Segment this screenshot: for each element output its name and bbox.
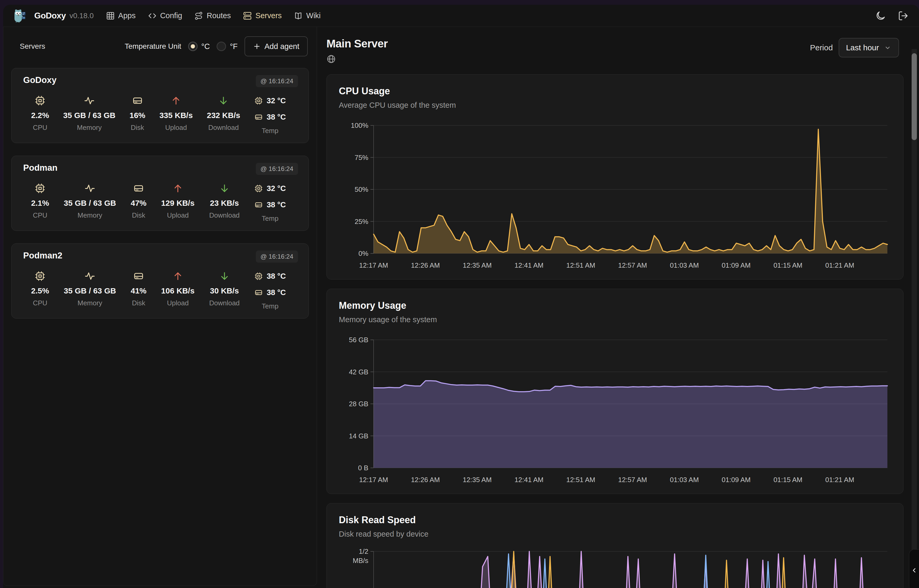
activity-icon [84, 270, 95, 282]
stat-temperature: 32 °C 38 °C Temp [254, 182, 286, 223]
cpu-chip-icon [254, 97, 263, 105]
svg-text:01:03 AM: 01:03 AM [670, 261, 699, 269]
cpu-chip-icon [34, 182, 45, 194]
cpu-usage-card: CPU Usage Average CPU usage of the syste… [326, 74, 903, 279]
stat-disk: 16% Disk [130, 95, 145, 135]
chart-title: Memory Usage [339, 300, 892, 311]
stat-memory: 35 GB / 63 GB Memory [64, 182, 116, 223]
stat-disk: 47% Disk [131, 182, 147, 223]
server-timestamp-badge: @ 16:16:24 [256, 75, 298, 87]
svg-text:0%: 0% [359, 249, 368, 257]
svg-text:12:17 AM: 12:17 AM [359, 261, 388, 269]
server-card-godoxy[interactable]: GoDoxy @ 16:16:24 2.2% CPU 35 GB / 63 GB… [11, 68, 309, 143]
svg-text:42 GB: 42 GB [349, 368, 368, 376]
svg-text:0 B: 0 B [358, 464, 368, 472]
stat-disk: 41% Disk [131, 270, 147, 310]
svg-text:01:03 AM: 01:03 AM [670, 476, 699, 484]
server-name: Podman [22, 163, 57, 173]
memory-usage-card: Memory Usage Memory usage of the system … [326, 289, 903, 494]
plus-icon [253, 42, 261, 50]
stat-download: 30 KB/s Download [209, 270, 240, 310]
stat-upload: 129 KB/s Upload [161, 182, 195, 223]
server-timestamp-badge: @ 16:16:24 [256, 250, 298, 263]
svg-text:12:35 AM: 12:35 AM [463, 261, 492, 269]
nav-item-config[interactable]: Config [148, 11, 183, 20]
book-icon [294, 11, 303, 20]
hard-drive-icon [132, 95, 143, 107]
servers-icon [243, 11, 252, 20]
svg-text:12:57 AM: 12:57 AM [618, 261, 647, 269]
stat-memory: 35 GB / 63 GB Memory [63, 95, 115, 135]
svg-text:01:15 AM: 01:15 AM [774, 261, 803, 269]
server-name: Podman2 [22, 250, 63, 260]
chart-title: Disk Read Speed [339, 515, 892, 525]
server-card-podman[interactable]: Podman @ 16:16:24 2.1% CPU 35 GB / 63 GB… [11, 156, 309, 231]
theme-toggle-moon-icon[interactable] [875, 11, 886, 21]
svg-text:12:57 AM: 12:57 AM [618, 476, 647, 484]
godoxy-logo [14, 8, 30, 23]
stat-upload: 335 KB/s Upload [159, 95, 193, 135]
scrollbar-thumb[interactable] [912, 53, 917, 140]
svg-text:MB/s: MB/s [353, 557, 368, 565]
svg-text:01:15 AM: 01:15 AM [774, 476, 803, 484]
stat-memory: 35 GB / 63 GB Memory [64, 270, 116, 310]
temperature-unit-label: Temperature Unit [124, 42, 181, 50]
scrollbar-track[interactable] [912, 49, 917, 588]
svg-text:01:09 AM: 01:09 AM [722, 476, 751, 484]
svg-text:75%: 75% [355, 153, 368, 162]
svg-text:12:26 AM: 12:26 AM [411, 261, 440, 269]
unit-celsius-radio[interactable]: °C [188, 42, 210, 51]
cpu-chip-icon [254, 272, 263, 281]
servers-sidebar: Servers Temperature Unit °C °F Add agent [3, 27, 317, 586]
radio-selected-dot[interactable] [188, 42, 198, 51]
svg-text:14 GB: 14 GB [349, 432, 368, 440]
svg-text:12:26 AM: 12:26 AM [411, 476, 440, 484]
arrow-down-icon [219, 270, 230, 282]
nav-item-wiki[interactable]: Wiki [294, 11, 321, 20]
code-icon [148, 11, 157, 20]
svg-text:56 GB: 56 GB [349, 336, 368, 344]
svg-text:12:51 AM: 12:51 AM [566, 261, 595, 269]
svg-text:12:17 AM: 12:17 AM [359, 476, 388, 484]
radio-unselected[interactable] [216, 42, 226, 51]
svg-text:01:09 AM: 01:09 AM [722, 261, 751, 269]
page-title: Main Server [326, 37, 388, 50]
nav-item-label: Config [160, 11, 183, 20]
nav-item-label: Wiki [306, 11, 321, 20]
logout-icon[interactable] [898, 11, 908, 21]
nav-item-servers[interactable]: Servers [243, 11, 282, 20]
cpu-chip-icon [34, 95, 45, 107]
chart-subtitle: Disk read speed by device [339, 530, 892, 538]
hard-drive-icon [254, 113, 263, 121]
stat-temperature: 38 °C 38 °C Temp [254, 270, 286, 310]
svg-text:12:51 AM: 12:51 AM [566, 476, 595, 484]
svg-text:28 GB: 28 GB [349, 400, 368, 408]
nav-item-routes[interactable]: Routes [194, 11, 231, 20]
svg-text:100%: 100% [351, 121, 368, 129]
svg-text:25%: 25% [355, 218, 368, 226]
chevron-down-icon [884, 44, 892, 52]
period-select[interactable]: Last hour [839, 38, 899, 57]
server-card-podman2[interactable]: Podman2 @ 16:16:24 2.5% CPU 35 GB / 63 G… [11, 244, 309, 318]
period-label: Period [810, 43, 833, 52]
add-agent-button[interactable]: Add agent [244, 36, 308, 57]
activity-icon [84, 95, 95, 107]
chart-subtitle: Memory usage of the system [339, 315, 892, 324]
arrow-down-icon [219, 182, 230, 194]
arrow-up-icon [170, 95, 181, 107]
nav-item-label: Routes [207, 11, 231, 20]
svg-text:12:41 AM: 12:41 AM [515, 476, 544, 484]
arrow-up-icon [172, 270, 183, 282]
side-drawer-handle[interactable] [909, 549, 919, 588]
cpu-chip-icon [34, 270, 45, 282]
nav-item-label: Apps [118, 11, 136, 20]
hard-drive-icon [254, 200, 263, 209]
stat-cpu: 2.1% CPU [31, 182, 49, 223]
server-detail-main: Main Server Period Last hour CPU Usage A… [317, 27, 919, 588]
disk-read-speed-chart: 1/2MB/s [339, 545, 892, 588]
stat-download: 232 KB/s Download [207, 95, 240, 135]
chevron-left-icon [910, 566, 918, 574]
nav-item-apps[interactable]: Apps [106, 11, 136, 20]
unit-fahrenheit-radio[interactable]: °F [216, 42, 237, 51]
stat-cpu: 2.2% CPU [31, 95, 49, 135]
